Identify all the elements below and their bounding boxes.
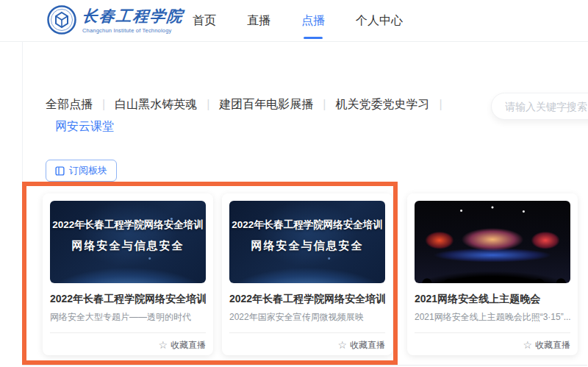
filter-all-vod[interactable]: 全部点播 [46,98,93,110]
video-title[interactable]: 2022年长春工程学院网络安全培训... [229,293,385,306]
subscribe-sections-button[interactable]: 订阅板块 [46,160,117,182]
search-box[interactable] [491,93,588,120]
main-nav: 首页 直播 点播 个人中心 [193,0,403,42]
university-name-cn: 长春工程学院 [82,6,185,26]
star-icon: ☆ [523,340,532,350]
favorite-label: 收藏直播 [350,339,385,352]
video-card-2[interactable]: 2022年长春工程学院网络安全培训 网络安全与信息安全 2022年长春工程学院网… [222,193,392,355]
top-header: 长春工程学院 Changchun Institute of Technology… [0,0,588,42]
filter-separator: | [323,98,326,110]
video-thumbnail-cyber-security[interactable]: 2022年长春工程学院网络安全培训 网络安全与信息安全 [229,201,385,283]
logo-text: 长春工程学院 Changchun Institute of Technology [82,6,184,34]
thumb-title-line2: 网络安全与信息安全 [50,239,206,253]
favorite-live-button[interactable]: ☆ 收藏直播 [158,339,206,352]
filter-row-1: 全部点播|白山黑水铸英魂|建团百年电影展播|机关党委党史学习| [46,93,472,115]
video-card-1[interactable]: 2022年长春工程学院网络安全培训 网络安全与信息安全 2022年长春工程学院网… [43,193,213,355]
filter-row-2: 网安云课堂 [55,115,472,138]
filter-cyber-cloud-classroom[interactable]: 网安云课堂 [55,120,114,132]
favorite-label: 收藏直播 [535,339,570,352]
card-footer: ☆ 收藏直播 [229,333,385,357]
university-emblem-icon [47,5,76,35]
video-title[interactable]: 2021网络安全线上主题晚会 [415,293,570,306]
video-subtitle: 2021网络安全线上主题晚会比照“3·15”... [415,311,570,324]
thumb-title-line2: 网络安全与信息安全 [229,239,385,253]
filter-league-centenary-films[interactable]: 建团百年电影展播 [219,98,313,110]
app-window: 长春工程学院 Changchun Institute of Technology… [0,0,588,367]
site-logo[interactable]: 长春工程学院 Changchun Institute of Technology [47,5,184,35]
thumb-title-line1: 2022年长春工程学院网络安全培训 [229,218,385,232]
filter-separator: | [102,98,105,110]
search-input[interactable] [505,101,588,113]
nav-item-vod[interactable]: 点播 [301,0,325,42]
filter-separator: | [439,98,442,110]
video-thumbnail-stage-gala[interactable] [415,201,570,283]
star-icon: ☆ [337,340,347,350]
card-footer: ☆ 收藏直播 [50,333,206,357]
video-title[interactable]: 2022年长春工程学院网络安全培训... [50,293,206,306]
filter-baishan-heishui[interactable]: 白山黑水铸英魂 [115,98,197,110]
filter-separator: | [207,98,209,110]
video-card-3[interactable]: 2021网络安全线上主题晚会 2021网络安全线上主题晚会比照“3·15”...… [407,193,578,355]
subscribe-icon [55,166,65,176]
university-name-en: Changchun Institute of Technology [82,27,184,34]
nav-item-personal-center[interactable]: 个人中心 [356,0,403,42]
video-subtitle: 2022年国家安全宣传周微视频展映 [229,311,385,324]
thumb-title-line1: 2022年长春工程学院网络安全培训 [50,218,206,232]
subscribe-label: 订阅板块 [69,164,107,177]
category-filter-bar: 全部点播|白山黑水铸英魂|建团百年电影展播|机关党委党史学习| 网安云课堂 [46,93,472,138]
card-footer: ☆ 收藏直播 [415,333,570,357]
video-subtitle: 网络安全大型专题片——透明的时代 [50,311,206,324]
favorite-live-button[interactable]: ☆ 收藏直播 [337,339,385,352]
favorite-label: 收藏直播 [171,339,206,352]
filter-party-history-study[interactable]: 机关党委党史学习 [335,98,429,110]
star-icon: ☆ [158,340,168,350]
nav-item-live[interactable]: 直播 [247,0,270,42]
video-thumbnail-cyber-security[interactable]: 2022年长春工程学院网络安全培训 网络安全与信息安全 [50,201,206,283]
nav-item-home[interactable]: 首页 [193,0,216,42]
favorite-live-button[interactable]: ☆ 收藏直播 [523,339,570,352]
audience-silhouette [415,270,570,283]
